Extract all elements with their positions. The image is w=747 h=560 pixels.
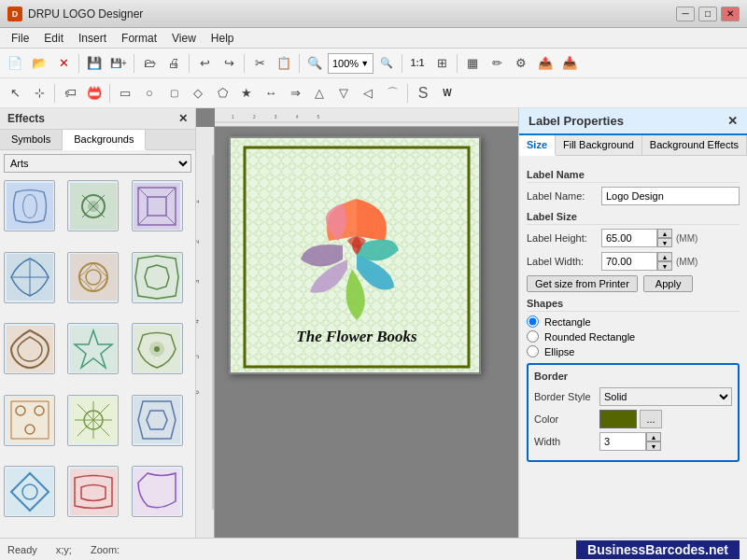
grid-button[interactable]: ⊞ [430, 52, 453, 75]
save-all-button[interactable]: 💾+ [107, 52, 130, 75]
apply-button[interactable]: Apply [643, 275, 694, 292]
open-folder-button[interactable]: 🗁 [138, 52, 161, 75]
properties-button[interactable]: ⚙ [510, 52, 532, 75]
border-section: Border Border Style Solid None Dashed Do… [527, 363, 740, 462]
height-down-button[interactable]: ▼ [657, 238, 672, 247]
zoom-control[interactable]: 100% ▼ [328, 53, 374, 74]
menu-help[interactable]: Help [204, 30, 242, 47]
bg-item-7[interactable] [4, 323, 55, 374]
open-button[interactable]: 📂 [28, 52, 50, 75]
undo-button[interactable]: ↩ [193, 52, 216, 75]
shape-ellipse-radio[interactable] [527, 345, 539, 357]
label-button[interactable]: 🏷 [59, 82, 81, 105]
ratio-button[interactable]: 1:1 [406, 52, 429, 75]
zoom-in-button[interactable]: 🔍 [303, 52, 326, 75]
label-width-spinner: ▲ ▼ [601, 252, 672, 271]
maximize-button[interactable]: □ [698, 7, 717, 21]
export-button[interactable]: 📤 [534, 52, 557, 75]
label-properties-close[interactable]: ✕ [727, 114, 738, 128]
menu-insert[interactable]: Insert [71, 30, 114, 47]
arc-button[interactable]: ⌒ [381, 82, 403, 105]
menu-view[interactable]: View [164, 30, 204, 47]
cut-button[interactable]: ✂ [248, 52, 271, 75]
printer-apply-row: Get size from Printer Apply [527, 275, 740, 292]
border-width-input[interactable] [599, 432, 646, 451]
bg-item-14[interactable] [67, 466, 119, 517]
minimize-button[interactable]: ─ [676, 7, 695, 21]
width-down-button[interactable]: ▼ [657, 261, 672, 271]
rect-button[interactable]: ▭ [114, 82, 136, 105]
svg-text:1: 1 [196, 200, 201, 203]
effects-category-select[interactable]: Arts Nature Abstract Geometric [4, 154, 191, 173]
bg-item-3[interactable] [132, 180, 183, 231]
bg-item-12[interactable] [132, 395, 183, 446]
bg-item-1[interactable] [4, 180, 55, 231]
copy-button[interactable]: 📋 [273, 52, 295, 75]
star-button[interactable]: ★ [235, 82, 258, 105]
new-button[interactable]: 📄 [4, 52, 26, 75]
tab-background-effects[interactable]: Background Effects [642, 135, 747, 155]
rounded-rect-button[interactable]: ▢ [162, 82, 185, 105]
tab-size[interactable]: Size [519, 135, 556, 156]
triangle2-button[interactable]: ▽ [332, 82, 355, 105]
pointer-button[interactable]: ↖ [4, 82, 26, 105]
menu-edit[interactable]: Edit [36, 30, 71, 47]
label2-button[interactable]: 📛 [83, 82, 106, 105]
redo-button[interactable]: ↪ [218, 52, 240, 75]
border-width-down-button[interactable]: ▼ [646, 441, 661, 451]
bg-item-5[interactable] [67, 252, 119, 303]
tab-fill-background[interactable]: Fill Background [556, 135, 642, 155]
zoom-dropdown-icon[interactable]: ▼ [360, 59, 369, 68]
curve-button[interactable]: S [412, 82, 434, 105]
label-height-input[interactable] [601, 229, 657, 247]
bg-item-15[interactable] [132, 466, 183, 517]
tab-backgrounds[interactable]: Backgrounds [63, 130, 146, 150]
multiselect-button[interactable]: ⊹ [28, 82, 50, 105]
save-button[interactable]: 💾 [83, 52, 106, 75]
width-up-button[interactable]: ▲ [657, 252, 672, 261]
arrow-button[interactable]: ↔ [260, 82, 282, 105]
bg-item-13[interactable] [4, 466, 55, 517]
label-width-input[interactable] [601, 252, 657, 271]
label-name-label: Label Name: [527, 190, 601, 202]
pentagon-button[interactable]: ⬠ [211, 82, 233, 105]
bg-item-6[interactable] [132, 252, 183, 303]
menu-file[interactable]: File [4, 30, 36, 47]
bg-item-9[interactable] [132, 323, 183, 374]
bg-item-2[interactable] [67, 180, 119, 231]
bg-item-4[interactable] [4, 252, 55, 303]
label-name-input[interactable] [601, 187, 740, 205]
bg-item-10[interactable] [4, 395, 55, 446]
border-style-label: Border Style [534, 391, 599, 402]
shape-rectangle-radio[interactable] [527, 315, 539, 328]
zoom-out-button[interactable]: 🔍 [375, 52, 398, 75]
border-width-up-button[interactable]: ▲ [646, 432, 661, 441]
arrow2-button[interactable]: ⇒ [284, 82, 306, 105]
height-up-button[interactable]: ▲ [657, 229, 672, 238]
shape-rounded-radio[interactable] [527, 330, 539, 343]
svg-text:3: 3 [196, 280, 201, 284]
menu-format[interactable]: Format [114, 30, 164, 47]
design-canvas[interactable]: The Flower Books [229, 136, 481, 374]
border-color-swatch[interactable] [599, 410, 637, 428]
triangle-button[interactable]: △ [308, 82, 331, 105]
close-button[interactable]: ✕ [721, 7, 740, 21]
close-doc-button[interactable]: ✕ [52, 52, 75, 75]
edit-button[interactable]: ✏ [486, 52, 508, 75]
shape-ellipse-row: Ellipse [527, 345, 740, 357]
border-color-picker-button[interactable]: ... [640, 410, 662, 428]
bg-item-11[interactable] [67, 395, 119, 446]
wave-button[interactable]: W [436, 82, 458, 105]
import-button[interactable]: 📥 [558, 52, 581, 75]
get-size-button[interactable]: Get size from Printer [527, 275, 638, 292]
tab-symbols[interactable]: Symbols [0, 130, 63, 149]
diamond-button[interactable]: ◇ [187, 82, 209, 105]
circle-button[interactable]: ○ [138, 82, 161, 105]
arrow3-button[interactable]: ◁ [357, 82, 379, 105]
border-color-row: Color ... [534, 410, 732, 428]
table-button[interactable]: ▦ [461, 52, 484, 75]
bg-item-8[interactable] [67, 323, 119, 374]
border-style-select[interactable]: Solid None Dashed Dotted [599, 387, 732, 406]
effects-close-button[interactable]: ✕ [178, 112, 188, 125]
print-button[interactable]: 🖨 [162, 52, 185, 75]
